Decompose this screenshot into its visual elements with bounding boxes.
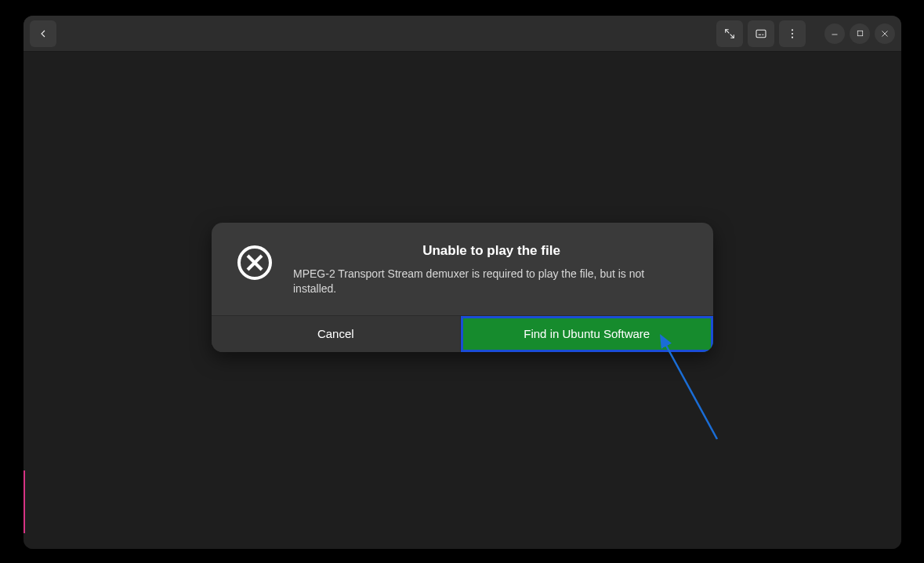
dialog-body: Unable to play the file MPEG-2 Transport…	[212, 223, 713, 315]
cancel-button[interactable]: Cancel	[212, 316, 461, 352]
app-window: Unable to play the file MPEG-2 Transport…	[24, 16, 901, 549]
maximize-button[interactable]	[850, 24, 870, 44]
back-button[interactable]	[30, 20, 56, 47]
svg-point-7	[792, 36, 793, 38]
svg-line-1	[730, 34, 734, 38]
dialog-title: Unable to play the file	[293, 243, 690, 259]
dialog-actions: Cancel Find in Ubuntu Software	[212, 315, 713, 352]
svg-point-6	[792, 32, 793, 34]
find-in-ubuntu-software-button[interactable]: Find in Ubuntu Software	[461, 316, 714, 352]
minimize-button[interactable]	[824, 24, 845, 44]
kebab-menu-icon	[786, 27, 799, 40]
svg-line-0	[726, 29, 730, 33]
video-content-area: Unable to play the file MPEG-2 Transport…	[24, 52, 901, 549]
pink-edge-line	[24, 470, 25, 533]
close-icon	[880, 29, 890, 38]
minimize-icon	[830, 29, 839, 38]
error-dialog: Unable to play the file MPEG-2 Transport…	[212, 223, 713, 352]
chevron-left-icon	[37, 27, 49, 40]
svg-point-5	[792, 29, 793, 31]
subtitles-button[interactable]	[748, 20, 774, 47]
svg-rect-9	[857, 31, 862, 35]
error-icon	[235, 243, 274, 282]
titlebar	[24, 16, 901, 52]
maximize-icon	[856, 29, 864, 38]
dialog-message: MPEG-2 Transport Stream demuxer is requi…	[293, 267, 690, 296]
subtitles-icon	[755, 27, 767, 40]
menu-button[interactable]	[779, 20, 806, 47]
fullscreen-button[interactable]	[716, 20, 743, 47]
svg-rect-2	[756, 30, 766, 37]
fullscreen-icon	[723, 27, 736, 40]
close-button[interactable]	[875, 24, 895, 44]
